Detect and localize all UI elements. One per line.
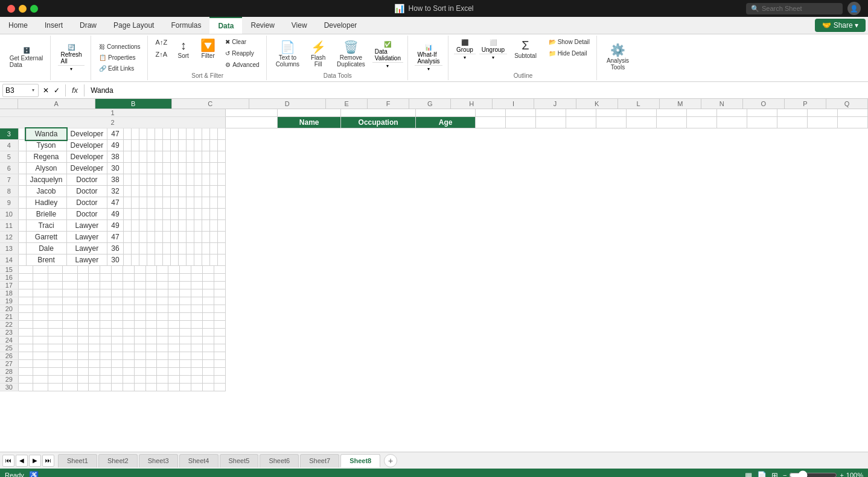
cell-p1[interactable] bbox=[807, 109, 837, 117]
cell-h10[interactable] bbox=[147, 209, 155, 220]
properties-button[interactable]: 📋 Properties bbox=[96, 52, 144, 63]
cell-n21[interactable] bbox=[180, 313, 191, 321]
add-sheet-button[interactable]: + bbox=[384, 454, 397, 467]
cell-b1[interactable] bbox=[278, 109, 341, 117]
cell-p7[interactable] bbox=[209, 174, 217, 186]
cell-g14[interactable] bbox=[139, 254, 147, 266]
cell-h29[interactable] bbox=[112, 376, 123, 384]
cell-c10[interactable]: Doctor bbox=[66, 209, 107, 220]
cell-k23[interactable] bbox=[145, 329, 157, 336]
sheet-nav-last[interactable]: ⏭ bbox=[42, 455, 54, 467]
cell-h1[interactable] bbox=[566, 109, 596, 117]
cell-j27[interactable] bbox=[134, 360, 145, 368]
cell-l26[interactable] bbox=[157, 352, 168, 360]
cell-p2[interactable] bbox=[807, 117, 837, 128]
cell-o1[interactable] bbox=[777, 109, 807, 117]
cell-b5[interactable]: Regena bbox=[26, 151, 66, 163]
cell-p20[interactable] bbox=[202, 305, 214, 313]
sheet-tab-sheet6[interactable]: Sheet6 bbox=[260, 454, 299, 467]
cell-l16[interactable] bbox=[157, 274, 168, 282]
cell-m21[interactable] bbox=[168, 313, 180, 321]
cell-o8[interactable] bbox=[202, 186, 209, 197]
cell-d9[interactable]: 47 bbox=[107, 197, 123, 209]
cell-d10[interactable]: 49 bbox=[107, 209, 123, 220]
cell-o30[interactable] bbox=[191, 384, 202, 391]
cell-n6[interactable] bbox=[194, 163, 202, 174]
cell-k26[interactable] bbox=[145, 352, 157, 360]
cell-g12[interactable] bbox=[139, 232, 147, 243]
cell-o21[interactable] bbox=[191, 313, 202, 321]
cell-p26[interactable] bbox=[202, 352, 214, 360]
col-header-f[interactable]: F bbox=[368, 99, 409, 109]
cell-f5[interactable] bbox=[131, 151, 139, 163]
cell-j7[interactable] bbox=[162, 174, 170, 186]
cell-e11[interactable] bbox=[123, 220, 131, 232]
cell-e1[interactable] bbox=[476, 109, 506, 117]
cell-q24[interactable] bbox=[214, 336, 225, 344]
cell-n25[interactable] bbox=[180, 344, 191, 352]
cell-o25[interactable] bbox=[191, 344, 202, 352]
zoom-increase-button[interactable]: + bbox=[840, 472, 843, 477]
cell-c29[interactable] bbox=[48, 376, 63, 384]
cell-a28[interactable] bbox=[18, 368, 33, 376]
cell-l6[interactable] bbox=[178, 163, 186, 174]
cell-c16[interactable] bbox=[48, 274, 63, 282]
cell-q8[interactable] bbox=[217, 186, 225, 197]
cell-c18[interactable] bbox=[48, 289, 63, 297]
cell-l7[interactable] bbox=[178, 174, 186, 186]
cell-l3[interactable] bbox=[178, 128, 186, 140]
cell-m1[interactable] bbox=[717, 109, 747, 117]
cell-f22[interactable] bbox=[89, 321, 100, 329]
cell-a22[interactable] bbox=[18, 321, 33, 329]
cell-a16[interactable] bbox=[18, 274, 33, 282]
cell-k27[interactable] bbox=[145, 360, 157, 368]
cell-q23[interactable] bbox=[214, 329, 225, 336]
cell-n4[interactable] bbox=[194, 140, 202, 151]
cell-d11[interactable]: 49 bbox=[107, 220, 123, 232]
cell-f15[interactable] bbox=[89, 266, 100, 274]
cell-j8[interactable] bbox=[162, 186, 170, 197]
cell-m11[interactable] bbox=[186, 220, 194, 232]
cell-p23[interactable] bbox=[202, 329, 214, 336]
cell-o11[interactable] bbox=[202, 220, 209, 232]
cell-e14[interactable] bbox=[123, 254, 131, 266]
cell-h2[interactable] bbox=[566, 117, 596, 128]
cell-i25[interactable] bbox=[123, 344, 134, 352]
cell-f3[interactable] bbox=[131, 128, 139, 140]
cell-k14[interactable] bbox=[170, 254, 178, 266]
cell-p21[interactable] bbox=[202, 313, 214, 321]
cell-f20[interactable] bbox=[89, 305, 100, 313]
cell-b28[interactable] bbox=[33, 368, 48, 376]
cell-f17[interactable] bbox=[89, 282, 100, 289]
data-validation-dropdown[interactable]: ▾ bbox=[372, 62, 403, 69]
cell-e19[interactable] bbox=[77, 297, 89, 305]
cell-i5[interactable] bbox=[155, 151, 162, 163]
col-header-n[interactable]: N bbox=[701, 99, 743, 109]
cell-n26[interactable] bbox=[180, 352, 191, 360]
cell-i9[interactable] bbox=[155, 197, 162, 209]
cell-d13[interactable]: 36 bbox=[107, 243, 123, 254]
cell-k17[interactable] bbox=[145, 282, 157, 289]
cell-p24[interactable] bbox=[202, 336, 214, 344]
cell-i8[interactable] bbox=[155, 186, 162, 197]
cell-j15[interactable] bbox=[134, 266, 145, 274]
cell-l30[interactable] bbox=[157, 384, 168, 391]
cell-d2[interactable]: Age bbox=[416, 117, 476, 128]
cell-m23[interactable] bbox=[168, 329, 180, 336]
cell-d28[interactable] bbox=[63, 368, 78, 376]
connections-button[interactable]: ⛓ Connections bbox=[96, 42, 144, 52]
cell-i3[interactable] bbox=[155, 128, 162, 140]
cell-m20[interactable] bbox=[168, 305, 180, 313]
page-layout-view-button[interactable]: 📄 bbox=[757, 471, 767, 478]
cell-p16[interactable] bbox=[202, 274, 214, 282]
confirm-formula-icon[interactable]: ✓ bbox=[52, 86, 62, 95]
cell-l19[interactable] bbox=[157, 297, 168, 305]
cell-d23[interactable] bbox=[63, 329, 78, 336]
cell-q13[interactable] bbox=[217, 243, 225, 254]
cell-j4[interactable] bbox=[162, 140, 170, 151]
cell-o24[interactable] bbox=[191, 336, 202, 344]
cell-h20[interactable] bbox=[112, 305, 123, 313]
cell-g9[interactable] bbox=[139, 197, 147, 209]
cell-e20[interactable] bbox=[77, 305, 89, 313]
tab-page-layout[interactable]: Page Layout bbox=[105, 17, 162, 34]
